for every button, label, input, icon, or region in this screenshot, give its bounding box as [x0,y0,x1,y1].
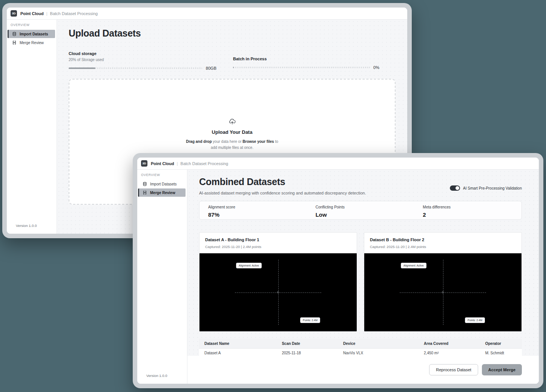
sidebar: OVERVIEW Import Datasets [137,170,187,384]
version-label: Version 1.0.0 [16,224,37,228]
batch-percent: 0% [373,65,379,70]
sidebar-item-label: Import Datasets [150,182,177,186]
cloud-upload-icon [229,118,236,126]
sidebar-item-import-datasets[interactable]: Import Datasets [138,180,186,188]
action-footer: Reprocess Dataset Accept Merge [187,356,539,384]
page-subtitle: AI-assisted dataset merging with confide… [199,191,366,195]
version-label: Version 1.0.0 [146,374,167,378]
crosshair-center [277,291,279,293]
page-title: Upload Datasets [69,28,387,39]
sidebar-section-label: OVERVIEW [137,173,187,177]
sidebar-item-label: Import Datasets [20,32,48,36]
stat-conflicting-points: Conflicting Points Low [307,205,414,216]
app-logo: 3D [141,160,147,167]
table-header-row: Dataset Name Scan Date Device Area Cover… [199,339,522,349]
page-title: Combined Datasets [199,176,366,187]
sidebar: OVERVIEW Import Datasets [7,20,57,234]
batch-progress-fill [233,67,234,68]
app-name: Point Cloud [151,161,174,166]
toggle-knob [456,186,459,190]
reprocess-dataset-button[interactable]: Reprocess Dataset [429,364,478,375]
app-name: Point Cloud [20,11,44,16]
stat-meta-differences: Meta differences 2 [414,205,521,216]
breadcrumb: Batch Dataset Processing [50,11,98,16]
sidebar-item-label: Merge Review [150,191,175,195]
breadcrumb: Batch Dataset Processing [181,161,229,166]
cloud-storage-label: Cloud storage [69,51,216,56]
table-row: Dataset A 2025-11-18 NavVis VLX 2,450 m²… [199,349,522,356]
alignment-status-badge: Alignment: Active [401,263,426,268]
cloud-storage-progressbar [69,67,203,69]
crosshair-center [442,291,444,293]
database-import-icon [12,32,17,36]
dataset-meta: Captured: 2025-11-20 | 2.4M points [205,245,351,249]
points-count-badge: Points: 2.4M [465,317,485,323]
dataset-card-b: Dataset B - Building Floor 2 Captured: 2… [364,232,522,332]
datasets-table: Dataset Name Scan Date Device Area Cover… [199,339,522,356]
app-logo: 3D [11,10,17,17]
sidebar-item-label: Merge Review [20,41,44,45]
sidebar-item-merge-review[interactable]: Merge Review [8,38,55,47]
breadcrumb-separator: | [177,161,178,166]
pointcloud-viewer-b[interactable]: Alignment: Active Points: 2.4M [364,253,521,331]
dataset-title: Dataset A - Building Floor 1 [205,237,351,242]
ai-validation-toggle[interactable] [450,185,460,191]
cloud-storage-capacity: 80GB [206,66,216,70]
dataset-card-a: Dataset A - Building Floor 1 Captured: 2… [199,232,357,332]
ai-validation-toggle-label: AI Smart Pre-Processing Validation [463,186,522,190]
merge-window: 3D Point Cloud | Batch Dataset Processin… [133,153,543,388]
app-header: 3D Point Cloud | Batch Dataset Processin… [7,8,407,20]
sidebar-item-merge-review[interactable]: Merge Review [138,188,186,197]
accept-merge-button[interactable]: Accept Merge [482,364,522,375]
batch-label: Batch in Process [233,57,379,61]
stats-bar: Alignment score 87% Conflicting Points L… [199,201,522,220]
dropzone-title: Upload Your Data [212,129,253,135]
sidebar-item-import-datasets[interactable]: Import Datasets [8,30,55,38]
points-count-badge: Points: 2.4M [300,317,320,323]
sidebar-section-label: OVERVIEW [7,23,57,27]
cloud-storage-sublabel: 20% of Storage used [69,58,216,62]
pointcloud-viewer-a[interactable]: Alignment: Active Points: 2.4M [199,253,357,331]
dataset-meta: Captured: 2025-11-20 | 2.4M points [370,245,516,249]
batch-progressbar [233,67,370,68]
cloud-storage-progress-fill [69,67,95,69]
database-import-icon [143,182,147,186]
stat-alignment-score: Alignment score 87% [199,205,307,216]
merge-split-icon [12,40,17,45]
merge-split-icon [143,190,147,195]
dropzone-description: Drag and drop your data here or Browse y… [184,139,280,151]
alignment-status-badge: Alignment: Active [236,263,262,268]
breadcrumb-separator: | [46,11,48,16]
dataset-title: Dataset B - Building Floor 2 [370,237,516,242]
app-header: 3D Point Cloud | Batch Dataset Processin… [137,158,539,170]
